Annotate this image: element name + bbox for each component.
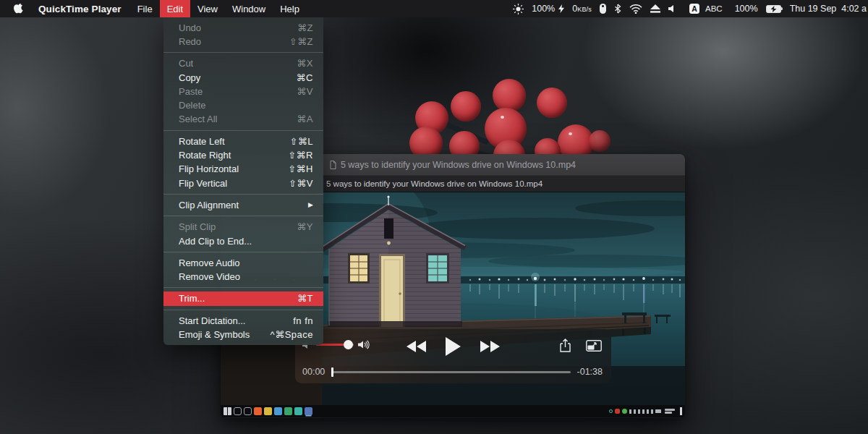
menu-item-label: Start Dictation... xyxy=(179,315,245,326)
menu-item-shortcut: fn fn xyxy=(293,315,313,326)
network-speed[interactable]: 0KB/s xyxy=(572,4,592,14)
menu-item-shortcut: ⇧⌘V xyxy=(289,178,313,189)
charging-bolt-icon xyxy=(558,4,564,13)
playback-controls: 00:00 -01:38 xyxy=(295,329,611,383)
menu-item-rotate-right[interactable]: Rotate Right⇧⌘R xyxy=(163,148,323,162)
eject-icon[interactable] xyxy=(650,4,660,13)
menu-item-label: Cut xyxy=(179,58,193,69)
mouse-battery-icon[interactable] xyxy=(600,4,606,14)
menu-item-remove-video[interactable]: Remove Video xyxy=(163,270,323,284)
menu-separator xyxy=(163,194,323,195)
keyboard-battery-percent[interactable]: 100% xyxy=(532,4,555,14)
rewind-button[interactable] xyxy=(407,341,426,352)
berry xyxy=(451,91,481,122)
bluetooth-icon[interactable] xyxy=(614,4,621,14)
fast-forward-button[interactable] xyxy=(480,341,500,352)
remaining-time: -01:38 xyxy=(577,367,603,377)
berry-highlight xyxy=(569,132,572,135)
input-source-icon[interactable]: A xyxy=(689,4,699,14)
menu-item-shortcut: ⌘X xyxy=(297,58,313,69)
menu-item-label: Add Clip to End... xyxy=(179,236,252,247)
menu-item-label: Paste xyxy=(179,86,203,97)
menu-item-shortcut: ⇧⌘Z xyxy=(289,36,313,47)
task-view-icon xyxy=(244,407,252,415)
input-method-label[interactable]: ABC xyxy=(705,4,723,13)
volume-menubar-icon[interactable] xyxy=(668,4,677,13)
menu-item-remove-audio[interactable]: Remove Audio xyxy=(163,256,323,270)
brightness-icon[interactable] xyxy=(513,4,524,14)
menu-separator xyxy=(163,287,323,288)
language-indicator xyxy=(655,409,661,413)
berry-highlight xyxy=(501,116,504,119)
menubar-status-area: 100% 0KB/s A ABC 100% Thu xyxy=(513,0,867,17)
berry xyxy=(589,130,610,152)
menu-item-label: Copy xyxy=(179,72,200,83)
video-system-tray xyxy=(609,405,682,417)
menu-item-select-all: Select All⌘A xyxy=(163,112,323,126)
tray-icon xyxy=(634,409,636,414)
menu-item-add-clip-to-end[interactable]: Add Clip to End... xyxy=(163,234,323,247)
menu-item-label: Trim... xyxy=(179,293,205,304)
picture-in-picture-button[interactable] xyxy=(586,340,602,352)
battery-icon xyxy=(622,409,627,414)
menubar-item-help[interactable]: Help xyxy=(273,0,307,17)
menu-item-flip-vertical[interactable]: Flip Vertical⇧⌘V xyxy=(163,176,323,190)
antivirus-icon xyxy=(615,409,620,414)
timeline-scrubber[interactable] xyxy=(331,371,570,373)
play-button[interactable] xyxy=(446,337,461,356)
menu-item-undo: Undo⌘Z xyxy=(163,21,323,35)
file-explorer-icon xyxy=(264,407,272,415)
playhead[interactable] xyxy=(331,367,333,377)
menu-item-label: Clip Alignment xyxy=(179,200,239,210)
menu-item-label: Delete xyxy=(179,100,206,111)
battery-percent[interactable]: 100% xyxy=(735,4,758,14)
menu-item-flip-horizontal[interactable]: Flip Horizontal⇧⌘H xyxy=(163,162,323,176)
tray-icon xyxy=(629,409,631,414)
menu-item-shortcut: ⌘Z xyxy=(297,22,313,33)
menu-item-label: Flip Horizontal xyxy=(179,163,239,174)
wifi-icon[interactable] xyxy=(629,4,642,14)
start-icon xyxy=(224,407,231,415)
tray-icon xyxy=(651,409,653,414)
menu-item-label: Select All xyxy=(179,114,217,124)
menu-separator xyxy=(163,52,323,53)
menu-item-label: Rotate Left xyxy=(179,136,225,147)
menubar-item-edit[interactable]: Edit xyxy=(160,0,190,17)
submenu-arrow-icon: ▶ xyxy=(308,201,313,208)
menu-separator xyxy=(163,216,323,216)
menu-item-shortcut: ⌘A xyxy=(297,114,313,124)
menu-item-rotate-left[interactable]: Rotate Left⇧⌘L xyxy=(163,135,323,148)
menu-item-trim[interactable]: Trim...⌘T xyxy=(163,292,323,305)
edit-menu-panel: Undo⌘ZRedo⇧⌘ZCut⌘XCopy⌘CPaste⌘VDeleteSel… xyxy=(163,17,323,345)
menubar-item-window[interactable]: Window xyxy=(225,0,273,17)
document-icon xyxy=(330,161,336,169)
menubar-item-file[interactable]: File xyxy=(130,0,160,17)
app-name[interactable]: QuickTime Player xyxy=(38,4,122,14)
menu-item-label: Remove Video xyxy=(179,271,240,282)
menu-item-emoji-symbols[interactable]: Emoji & Symbols^⌘Space xyxy=(163,328,323,341)
menu-item-label: Redo xyxy=(179,36,201,47)
menu-item-start-dictation[interactable]: Start Dictation...fn fn xyxy=(163,314,323,328)
menu-item-clip-alignment[interactable]: Clip Alignment▶ xyxy=(163,198,323,212)
menu-item-shortcut: ⌘C xyxy=(297,72,313,83)
menu-item-shortcut: ^⌘Space xyxy=(271,329,313,340)
battery-icon[interactable] xyxy=(766,5,781,13)
menubar-item-view[interactable]: View xyxy=(190,0,225,17)
menubar-clock[interactable]: Thu 19 Sep 4:02 a xyxy=(790,4,867,14)
share-button[interactable] xyxy=(560,339,571,352)
menu-item-copy[interactable]: Copy⌘C xyxy=(163,70,323,84)
menu-item-shortcut: ⇧⌘L xyxy=(289,136,313,147)
app-icon-teal xyxy=(294,407,302,415)
menu-item-label: Split Clip xyxy=(179,221,216,232)
video-windows-taskbar xyxy=(221,405,685,417)
apple-menu-icon[interactable] xyxy=(14,3,25,14)
menu-item-delete: Delete xyxy=(163,98,323,112)
berry xyxy=(493,79,526,112)
menu-item-label: Emoji & Symbols xyxy=(179,329,250,340)
window-title: 5 ways to identify your Windows drive on… xyxy=(341,160,576,170)
menu-item-shortcut: ⌘T xyxy=(297,293,313,304)
menu-item-cut: Cut⌘X xyxy=(163,56,323,70)
chrome-icon xyxy=(284,407,292,415)
elapsed-time: 00:00 xyxy=(302,367,325,377)
desktop: 5 ways to identify your Windows drive on… xyxy=(0,0,868,434)
